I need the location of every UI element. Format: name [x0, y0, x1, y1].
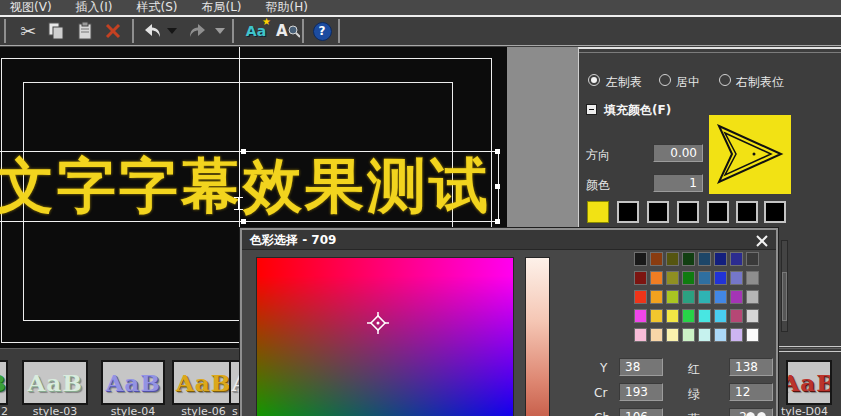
- green-input[interactable]: 12: [729, 383, 773, 401]
- luminance-slider[interactable]: [525, 257, 550, 416]
- menu-item[interactable]: 帮助(H): [266, 0, 308, 15]
- selection-handle[interactable]: [495, 219, 500, 224]
- palette-swatch[interactable]: [666, 309, 679, 323]
- menu-item[interactable]: 视图(V): [10, 0, 52, 15]
- palette-swatch[interactable]: [730, 271, 743, 285]
- undo-button[interactable]: [140, 19, 164, 43]
- selection-handle[interactable]: [241, 219, 246, 224]
- palette-swatch[interactable]: [746, 290, 759, 304]
- palette-swatch[interactable]: [698, 271, 711, 285]
- fill-color-swatch[interactable]: [707, 201, 729, 223]
- title-text-object[interactable]: 文字字幕效果测试: [0, 147, 507, 227]
- menu-item[interactable]: 插入(I): [76, 0, 113, 15]
- dialog-close-button[interactable]: [755, 233, 770, 247]
- palette-swatch[interactable]: [698, 309, 711, 323]
- palette-swatch[interactable]: [634, 290, 647, 304]
- fill-color-swatch[interactable]: [617, 201, 639, 223]
- direction-preview[interactable]: [709, 115, 791, 194]
- fill-color-swatch[interactable]: [587, 201, 609, 223]
- direction-input[interactable]: 0.00: [653, 144, 703, 162]
- palette-swatch[interactable]: [682, 328, 695, 342]
- cut-button[interactable]: ✂: [16, 19, 40, 43]
- dialog-title-bar[interactable]: 色彩选择 - 709: [242, 230, 776, 250]
- palette-swatch[interactable]: [682, 309, 695, 323]
- redo-dropdown-button[interactable]: [212, 19, 228, 43]
- radio-center[interactable]: [659, 74, 671, 86]
- undo-dropdown-button[interactable]: [164, 19, 180, 43]
- palette-swatch[interactable]: [682, 290, 695, 304]
- star-icon: ★: [262, 16, 271, 27]
- palette-swatch[interactable]: [714, 271, 727, 285]
- palette-swatch[interactable]: [650, 271, 663, 285]
- palette-swatch[interactable]: [650, 328, 663, 342]
- palette-swatch[interactable]: [746, 252, 759, 266]
- palette-swatch[interactable]: [682, 252, 695, 266]
- blue-input[interactable]: -2: [729, 408, 773, 416]
- radio-right-tab[interactable]: [719, 74, 731, 86]
- palette-swatch[interactable]: [634, 309, 647, 323]
- font-style-button[interactable]: Aa ★: [242, 19, 270, 43]
- redo-button[interactable]: [186, 19, 210, 43]
- palette-swatch[interactable]: [666, 252, 679, 266]
- style-preset-thumb[interactable]: AaB: [22, 360, 88, 405]
- copy-button[interactable]: [44, 19, 68, 43]
- palette-swatch[interactable]: [746, 328, 759, 342]
- color-gradient-field[interactable]: [256, 257, 514, 416]
- red-input[interactable]: 138: [729, 358, 773, 376]
- collapse-toggle-icon[interactable]: [586, 104, 597, 115]
- toolbar-divider: [0, 45, 841, 46]
- paste-button[interactable]: [73, 19, 97, 43]
- style-preset-thumb[interactable]: AaB: [0, 360, 8, 405]
- palette-swatch[interactable]: [746, 309, 759, 323]
- delete-button[interactable]: [101, 19, 125, 43]
- style-preset-thumb[interactable]: AaB: [172, 360, 235, 405]
- color-count-input[interactable]: 1: [653, 174, 703, 192]
- palette-swatch[interactable]: [666, 328, 679, 342]
- y-input[interactable]: 38: [619, 358, 663, 376]
- style-preset-thumb[interactable]: AaB: [101, 360, 165, 405]
- palette-swatch[interactable]: [714, 309, 727, 323]
- palette-swatch[interactable]: [730, 290, 743, 304]
- fill-color-swatch[interactable]: [677, 201, 699, 223]
- color-picker-dialog: 色彩选择 - 709 Y 38 红: [240, 228, 778, 416]
- cb-input[interactable]: 106: [619, 408, 663, 416]
- palette-swatch[interactable]: [650, 290, 663, 304]
- palette-swatch[interactable]: [730, 328, 743, 342]
- style-preset-thumb[interactable]: AaB: [786, 360, 832, 405]
- color-crosshair[interactable]: [366, 311, 390, 335]
- selection-handle[interactable]: [495, 184, 500, 189]
- menu-item[interactable]: 布局(L): [201, 0, 241, 15]
- scrollbar-thumb[interactable]: [782, 272, 787, 321]
- toolbar-separator: [302, 19, 304, 43]
- panel-scrollbar[interactable]: [781, 240, 788, 332]
- fill-color-swatch[interactable]: [764, 201, 786, 223]
- palette-swatch[interactable]: [666, 290, 679, 304]
- palette-swatch[interactable]: [746, 271, 759, 285]
- palette-swatch[interactable]: [698, 290, 711, 304]
- palette-swatch[interactable]: [714, 290, 727, 304]
- copy-icon: [46, 21, 66, 41]
- palette-swatch[interactable]: [650, 309, 663, 323]
- help-button[interactable]: ?: [310, 19, 334, 43]
- palette-swatch[interactable]: [666, 271, 679, 285]
- palette-swatch[interactable]: [730, 309, 743, 323]
- palette-swatch[interactable]: [634, 328, 647, 342]
- palette-swatch[interactable]: [634, 252, 647, 266]
- radio-left-tab[interactable]: [588, 74, 600, 86]
- selection-handle[interactable]: [495, 149, 500, 154]
- palette-swatch[interactable]: [682, 271, 695, 285]
- palette-swatch[interactable]: [698, 252, 711, 266]
- menu-item[interactable]: 样式(S): [136, 0, 177, 15]
- fill-color-swatch[interactable]: [647, 201, 669, 223]
- font-preview-button[interactable]: A: [276, 19, 300, 43]
- cr-input[interactable]: 193: [619, 383, 663, 401]
- palette-swatch[interactable]: [714, 328, 727, 342]
- selection-handle[interactable]: [241, 149, 246, 154]
- palette-swatch[interactable]: [650, 252, 663, 266]
- palette-swatch[interactable]: [634, 271, 647, 285]
- palette-swatch[interactable]: [714, 252, 727, 266]
- palette-swatch[interactable]: [730, 252, 743, 266]
- palette-swatch[interactable]: [698, 328, 711, 342]
- fill-color-swatch[interactable]: [736, 201, 758, 223]
- direction-arrow-icon: [709, 115, 791, 194]
